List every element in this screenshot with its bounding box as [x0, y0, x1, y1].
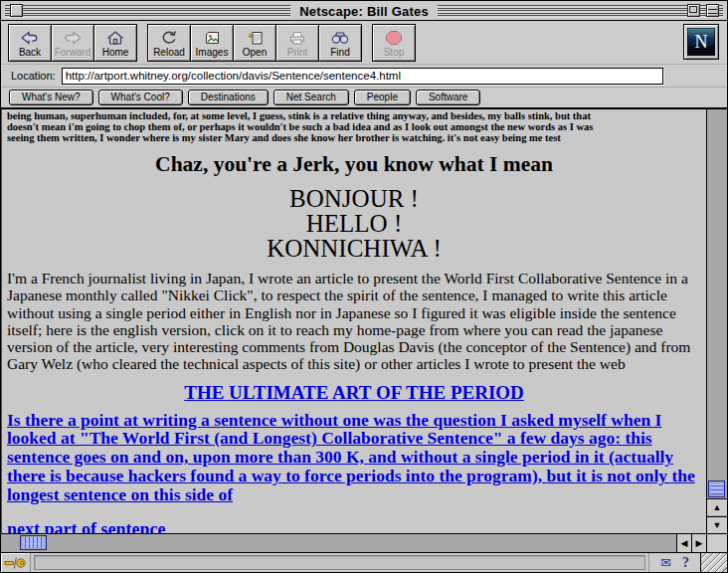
- scrollbar-corner: [706, 534, 727, 552]
- page-content: being human, superhuman included, for, a…: [1, 109, 706, 533]
- security-key-button[interactable]: [1, 553, 31, 572]
- back-icon: [20, 29, 40, 47]
- window-title: Netscape: Bill Gates: [290, 3, 438, 20]
- resize-grip[interactable]: [700, 553, 727, 572]
- stop-button-group: Stop: [372, 24, 415, 62]
- broken-key-icon: [4, 557, 28, 569]
- horizontal-scrollbar-thumb[interactable]: [20, 535, 47, 550]
- destinations-button[interactable]: Destinations: [188, 90, 269, 105]
- mail-icon[interactable]: ✉: [660, 555, 671, 570]
- horizontal-scrollbar-track[interactable]: [1, 534, 676, 552]
- home-label: Home: [102, 47, 129, 59]
- toolbar: Back Forward Home Reload: [1, 21, 727, 65]
- greeting-konnichiwa: KONNICHIWA !: [7, 236, 701, 261]
- ultimate-art-link[interactable]: THE ULTIMATE ART OF THE PERIOD: [7, 382, 701, 404]
- browser-window: Netscape: Bill Gates Back Forward: [0, 0, 728, 573]
- back-label: Back: [19, 47, 41, 59]
- netscape-n-icon: N: [687, 28, 715, 56]
- scroll-right-arrow-icon[interactable]: ▶: [691, 534, 706, 552]
- vertical-scrollbar-thumb[interactable]: [708, 480, 725, 497]
- find-label: Find: [330, 47, 349, 59]
- status-message-field: [34, 555, 645, 570]
- intro-text-line: doesn't mean i'm going to chop them of, …: [7, 121, 701, 132]
- scroll-up-arrow-icon[interactable]: ▲: [707, 498, 727, 515]
- collapse-box[interactable]: [706, 4, 719, 17]
- images-icon: [202, 29, 222, 47]
- scroll-left-arrow-icon[interactable]: ◀: [676, 534, 691, 552]
- reload-icon: [159, 29, 179, 47]
- vertical-scrollbar[interactable]: ▲ ▼: [706, 109, 727, 533]
- find-button[interactable]: Find: [318, 24, 362, 62]
- page-heading: Chaz, you're a Jerk, you know what I mea…: [7, 151, 701, 177]
- help-icon[interactable]: ?: [682, 555, 689, 571]
- scroll-down-arrow-icon[interactable]: ▼: [707, 516, 727, 533]
- netscape-logo[interactable]: N: [683, 24, 719, 60]
- find-icon: [330, 29, 350, 47]
- back-button[interactable]: Back: [8, 24, 52, 62]
- horizontal-scrollbar[interactable]: ◀ ▶: [1, 533, 727, 552]
- titlebar[interactable]: Netscape: Bill Gates: [1, 1, 727, 21]
- stop-label: Stop: [384, 47, 405, 59]
- nav-button-group: Back Forward Home: [8, 24, 136, 62]
- status-bar: ✉ ?: [1, 552, 727, 572]
- greeting-bonjour: BONJOUR !: [7, 186, 701, 211]
- whats-cool-button[interactable]: What's Cool?: [98, 90, 183, 105]
- svg-text:N: N: [695, 32, 708, 52]
- images-button[interactable]: Images: [190, 24, 234, 62]
- home-icon: [105, 29, 125, 47]
- status-icon-tray: ✉ ?: [648, 553, 700, 572]
- print-icon: [287, 29, 307, 47]
- forward-label: Forward: [55, 47, 91, 59]
- journalist-paragraph: I'm a French journalist living in Japan,…: [7, 270, 701, 373]
- intro-text-line: being human, superhuman included, for, a…: [7, 110, 701, 121]
- stop-button[interactable]: Stop: [372, 24, 416, 62]
- location-input[interactable]: [62, 68, 663, 85]
- images-label: Images: [196, 47, 229, 59]
- next-part-link[interactable]: next part of sentence: [7, 519, 165, 533]
- whats-new-button[interactable]: What's New?: [9, 90, 93, 105]
- print-button[interactable]: Print: [275, 24, 319, 62]
- open-label: Open: [243, 47, 267, 59]
- forward-icon: [63, 29, 83, 47]
- reload-button[interactable]: Reload: [147, 24, 191, 62]
- open-button[interactable]: Open: [233, 24, 276, 62]
- home-button[interactable]: Home: [93, 24, 137, 62]
- action-button-group: Reload Images Open Print: [147, 24, 361, 62]
- print-label: Print: [287, 47, 308, 59]
- location-bar: Location:: [1, 65, 727, 88]
- intro-text-line: seeing them written, I wonder where is m…: [7, 132, 701, 143]
- main-area: being human, superhuman included, for, a…: [1, 107, 727, 533]
- people-button[interactable]: People: [354, 90, 411, 105]
- directory-button-bar: What's New? What's Cool? Destinations Ne…: [1, 88, 727, 107]
- location-label: Location:: [11, 70, 56, 82]
- close-box[interactable]: [10, 4, 23, 17]
- greeting-hello: HELLO !: [7, 211, 701, 236]
- stop-icon: [384, 29, 404, 47]
- reload-label: Reload: [153, 47, 185, 59]
- software-button[interactable]: Software: [416, 90, 480, 105]
- sentence-link-paragraph[interactable]: Is there a point at writing a sentence w…: [7, 411, 701, 504]
- greetings-block: BONJOUR ! HELLO ! KONNICHIWA !: [7, 186, 701, 261]
- net-search-button[interactable]: Net Search: [273, 90, 349, 105]
- forward-button[interactable]: Forward: [51, 24, 94, 62]
- zoom-box[interactable]: [687, 4, 700, 17]
- open-icon: [245, 29, 265, 47]
